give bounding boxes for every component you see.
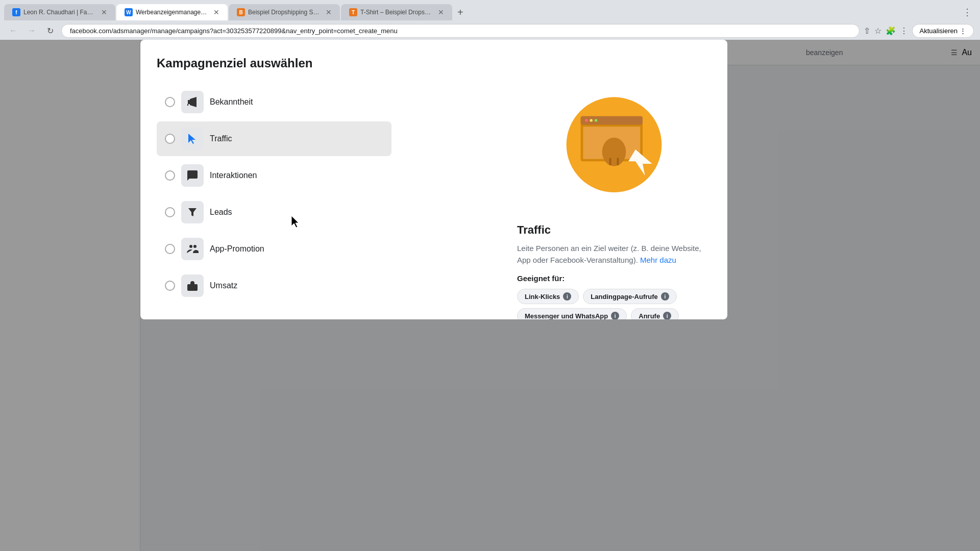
tab-close-dropshipping2[interactable]: ✕ (438, 8, 444, 16)
option-icon-leads (181, 201, 204, 223)
svg-point-3 (189, 245, 192, 248)
browser-actions: ⇧ ☆ 🧩 ⋮ Aktualisieren ⋮ (864, 24, 974, 38)
update-chevron-icon: ⋮ (960, 27, 966, 35)
reload-button[interactable]: ↻ (43, 23, 57, 38)
svg-point-13 (602, 138, 626, 166)
modal-title: Kampagnenziel auswählen (157, 56, 711, 70)
back-button[interactable]: ← (6, 23, 20, 38)
right-panel: Traffic Leite Personen an ein Ziel weite… (517, 86, 711, 319)
tab-dropshipping1[interactable]: B Beispiel Dropshipping Store ·... ✕ (229, 4, 340, 20)
url-bar[interactable] (61, 24, 860, 38)
forward-button[interactable]: → (24, 23, 39, 38)
bookmark-button[interactable]: ☆ (874, 26, 881, 36)
option-app-promotion[interactable]: App-Promotion (157, 232, 391, 266)
campaign-goal-modal: Kampagnenziel auswählen Bekanntheit (140, 40, 727, 319)
option-label-umsatz: Umsatz (210, 281, 237, 290)
svg-rect-14 (609, 158, 611, 165)
svg-marker-1 (190, 97, 197, 107)
tags-list: Link-Klicks i Landingpage-Aufrufe i Mess… (517, 289, 711, 319)
option-label-traffic: Traffic (210, 134, 232, 143)
radio-umsatz[interactable] (165, 281, 175, 291)
svg-point-11 (595, 119, 598, 122)
new-tab-button[interactable]: + (453, 5, 468, 20)
tag-anrufe: Anrufe i (631, 308, 679, 319)
tag-link-klicks: Link-Klicks i (517, 289, 579, 304)
radio-leads[interactable] (165, 207, 175, 217)
right-panel-title: Traffic (517, 223, 711, 237)
svg-rect-15 (617, 158, 619, 165)
settings-button[interactable]: ⋮ (900, 26, 908, 36)
option-interaktionen[interactable]: Interaktionen (157, 158, 391, 193)
option-traffic[interactable]: Traffic (157, 121, 391, 156)
mehr-dazu-link[interactable]: Mehr dazu (640, 256, 676, 264)
option-bekanntheit[interactable]: Bekanntheit (157, 85, 391, 119)
share-button[interactable]: ⇧ (864, 26, 870, 36)
tab-close-werbeanzeigen[interactable]: ✕ (213, 8, 219, 16)
info-icon-landingpage[interactable]: i (661, 292, 669, 300)
traffic-illustration (543, 86, 685, 213)
option-icon-bekanntheit (181, 91, 204, 113)
svg-point-4 (193, 245, 197, 248)
option-label-bekanntheit: Bekanntheit (210, 97, 253, 107)
extension-button[interactable]: 🧩 (886, 26, 896, 36)
right-panel-description: Leite Personen an ein Ziel weiter (z. B.… (517, 243, 711, 266)
campaign-options-list: Bekanntheit Traffic (157, 85, 391, 303)
info-icon-messenger[interactable]: i (611, 312, 619, 319)
tab-close-facebook[interactable]: ✕ (101, 8, 107, 16)
option-label-leads: Leads (210, 208, 232, 217)
option-umsatz[interactable]: Umsatz (157, 268, 391, 303)
browser-chrome: f Leon R. Chaudhari | Facebook ✕ W Werbe… (0, 0, 980, 41)
tab-facebook[interactable]: f Leon R. Chaudhari | Facebook ✕ (4, 4, 115, 20)
tab-bar: f Leon R. Chaudhari | Facebook ✕ W Werbe… (0, 0, 980, 20)
radio-traffic[interactable] (165, 134, 175, 144)
tag-landingpage: Landingpage-Aufrufe i (583, 289, 676, 304)
radio-app-promotion[interactable] (165, 244, 175, 254)
tab-close-dropshipping1[interactable]: ✕ (326, 8, 332, 16)
option-icon-traffic (181, 128, 204, 150)
info-icon-anrufe[interactable]: i (663, 312, 671, 319)
tab-dropshipping2[interactable]: T T-Shirt – Beispiel Dropshippi... ✕ (341, 4, 452, 20)
svg-rect-5 (187, 284, 198, 291)
radio-interaktionen[interactable] (165, 170, 175, 181)
option-label-app-promotion: App-Promotion (210, 244, 264, 254)
svg-marker-0 (188, 100, 190, 104)
geeignet-label: Geeignet für: (517, 274, 711, 283)
tab-werbeanzeigenmanager[interactable]: W Werbeanzeigenmanager - Wer... ✕ (116, 4, 228, 20)
option-icon-app-promotion (181, 238, 204, 260)
svg-marker-17 (650, 181, 671, 199)
option-label-interaktionen: Interaktionen (210, 171, 257, 180)
option-leads[interactable]: Leads (157, 195, 391, 230)
radio-bekanntheit[interactable] (165, 97, 175, 107)
info-icon-link-klicks[interactable]: i (563, 292, 571, 300)
tab-more-button[interactable]: ⋮ (959, 5, 976, 20)
update-button[interactable]: Aktualisieren ⋮ (912, 24, 974, 38)
svg-point-10 (590, 119, 593, 122)
address-bar: ← → ↻ ⇧ ☆ 🧩 ⋮ Aktualisieren ⋮ (0, 20, 980, 41)
option-icon-umsatz (181, 274, 204, 297)
tag-messenger: Messenger und WhatsApp i (517, 308, 627, 319)
option-icon-interaktionen (181, 164, 204, 187)
svg-point-9 (585, 119, 588, 122)
